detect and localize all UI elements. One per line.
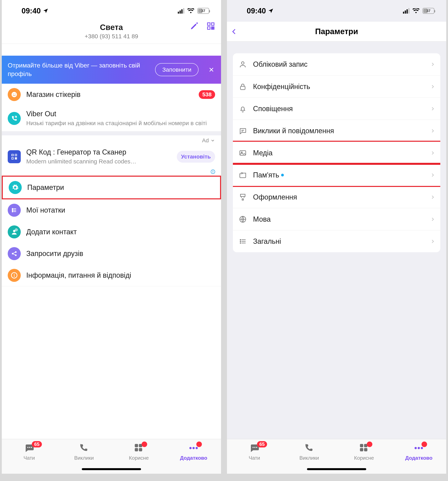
row-storage[interactable]: Пам'ять xyxy=(233,164,440,186)
ad-item[interactable]: QR Код : Генератор та Сканер Modern unli… xyxy=(2,144,221,170)
lock-icon xyxy=(239,83,247,90)
svg-rect-47 xyxy=(360,448,363,451)
svg-rect-5 xyxy=(212,28,213,30)
chevron-left-icon xyxy=(231,28,237,36)
cell-signal-icon xyxy=(403,8,409,14)
image-icon xyxy=(239,149,247,157)
tab-bar: 65 Чати Виклики Корисне Додатково xyxy=(227,439,446,474)
home-indicator xyxy=(82,468,141,470)
svg-point-44 xyxy=(256,447,257,448)
svg-rect-23 xyxy=(14,275,15,277)
svg-rect-3 xyxy=(212,27,213,28)
notes-icon xyxy=(11,207,18,214)
nav-title: Параметри xyxy=(227,27,446,36)
ad-install-button[interactable]: Установіть xyxy=(177,151,215,163)
chevron-right-icon xyxy=(430,195,435,199)
profile-header: Света +380 (93) 511 41 89 xyxy=(2,22,221,44)
svg-point-32 xyxy=(193,447,195,449)
row-media-label: Медіа xyxy=(253,149,425,157)
tab-more[interactable]: Додатково xyxy=(399,443,439,461)
row-storage-label: Пам'ять xyxy=(253,171,279,179)
back-button[interactable] xyxy=(231,28,237,36)
svg-point-18 xyxy=(12,253,13,255)
more-dot xyxy=(422,442,427,447)
phone-screen-more: 09:40 37 Света +380 (93) 511 41 89 Отрим… xyxy=(2,0,221,474)
brush-icon xyxy=(239,193,247,201)
svg-point-26 xyxy=(31,447,32,448)
menu-info[interactable]: Інформація, питання й відповіді xyxy=(2,264,221,286)
row-general[interactable]: Загальні xyxy=(233,230,440,252)
svg-rect-4 xyxy=(213,28,214,30)
useful-dot xyxy=(367,442,372,447)
status-time: 09:40 xyxy=(22,7,41,15)
svg-rect-48 xyxy=(364,448,367,451)
svg-point-39 xyxy=(240,240,241,240)
svg-point-15 xyxy=(12,211,13,212)
info-icon xyxy=(11,272,18,279)
location-icon xyxy=(43,8,49,14)
svg-point-9 xyxy=(15,94,15,95)
row-privacy[interactable]: Конфіденційність xyxy=(233,75,440,98)
ad-info-icon[interactable]: i xyxy=(211,170,215,174)
phone-out-icon xyxy=(11,115,18,122)
menu-add-contact-label: Додати контакт xyxy=(26,228,215,236)
row-account[interactable]: Обліковий запис xyxy=(233,53,440,75)
row-notifications-label: Сповіщення xyxy=(253,105,425,113)
menu-settings[interactable]: Параметри xyxy=(3,177,220,198)
svg-rect-45 xyxy=(360,444,363,447)
row-account-label: Обліковий запис xyxy=(253,60,425,68)
ad-sub: Modern unlimited scanning Read codes… xyxy=(26,158,171,165)
bell-icon xyxy=(239,105,247,113)
row-media[interactable]: Медіа xyxy=(233,142,440,164)
row-notifications[interactable]: Сповіщення xyxy=(233,98,440,120)
svg-point-49 xyxy=(415,447,417,449)
stickers-badge: 538 xyxy=(199,90,215,99)
more-dot xyxy=(196,442,202,447)
banner-close-icon[interactable]: × xyxy=(208,65,215,75)
row-language[interactable]: Мова xyxy=(233,208,440,230)
banner-fill-button[interactable]: Заповнити xyxy=(155,63,199,76)
edit-icon[interactable] xyxy=(190,22,199,30)
row-calls-messages[interactable]: Виклики й повідомлення xyxy=(233,120,440,142)
tab-calls[interactable]: Виклики xyxy=(289,443,329,461)
status-bar: 09:40 37 xyxy=(2,0,221,22)
menu-stickers[interactable]: Магазин стікерів 538 xyxy=(2,84,221,105)
svg-rect-36 xyxy=(240,150,246,155)
svg-point-50 xyxy=(418,447,420,449)
chevron-right-icon xyxy=(430,84,435,89)
chevron-right-icon xyxy=(430,217,435,221)
menu-viber-out[interactable]: Viber Out Низькі тарифи на дзвінки на ст… xyxy=(2,105,221,131)
tab-more[interactable]: Додатково xyxy=(174,443,213,461)
svg-point-14 xyxy=(12,210,13,210)
svg-point-20 xyxy=(15,255,17,256)
chevron-right-icon xyxy=(430,173,435,177)
tab-useful[interactable]: Корисне xyxy=(119,443,159,461)
ad-chevron-icon[interactable] xyxy=(210,138,215,143)
tab-useful[interactable]: Корисне xyxy=(344,443,384,461)
menu-stickers-label: Магазин стікерів xyxy=(26,90,193,99)
qr-code-icon[interactable] xyxy=(206,22,215,30)
account-icon xyxy=(239,60,247,68)
status-bar: 09:40 37 xyxy=(227,0,446,22)
tab-chats[interactable]: 65 Чати xyxy=(9,443,49,461)
chevron-right-icon xyxy=(430,129,435,133)
row-appearance-label: Оформлення xyxy=(253,193,425,201)
cell-signal-icon xyxy=(178,8,184,14)
useful-dot xyxy=(142,442,147,447)
menu-add-contact[interactable]: Додати контакт xyxy=(2,221,221,243)
message-icon xyxy=(239,127,247,135)
menu-notes[interactable]: Мої нотатки xyxy=(2,199,221,221)
tab-calls[interactable]: Виклики xyxy=(64,443,104,461)
menu-invite[interactable]: Запросити друзів xyxy=(2,243,221,264)
svg-point-43 xyxy=(254,447,255,448)
row-appearance[interactable]: Оформлення xyxy=(233,186,440,208)
chats-badge: 65 xyxy=(257,441,267,447)
tab-chats[interactable]: 65 Чати xyxy=(235,443,274,461)
nav-header: Параметри xyxy=(227,22,446,41)
svg-point-24 xyxy=(27,447,28,448)
ad-qr-icon xyxy=(11,153,18,160)
location-icon xyxy=(268,8,274,14)
tab-bar: 65 Чати Виклики Корисне Додатково xyxy=(2,439,221,474)
profile-phone: +380 (93) 511 41 89 xyxy=(2,33,221,40)
tab-chats-label: Чати xyxy=(249,455,260,461)
